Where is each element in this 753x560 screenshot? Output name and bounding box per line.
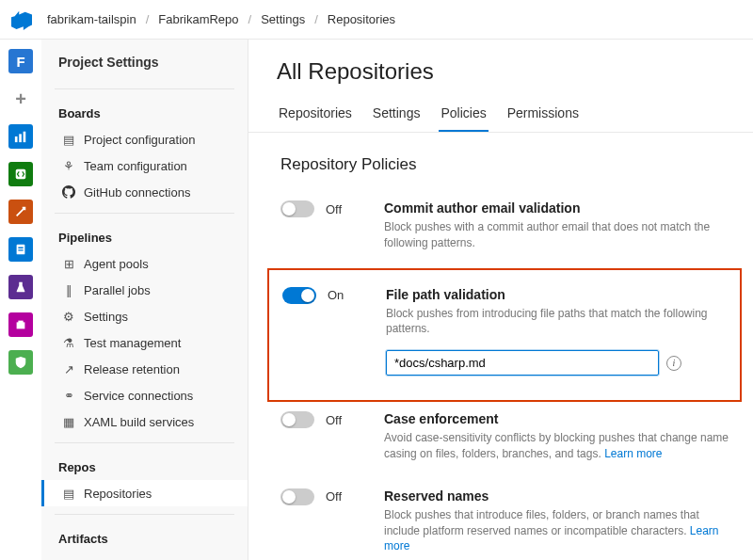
breadcrumb: fabrikam-tailspin / FabrikamRepo / Setti… xyxy=(47,12,395,26)
sidebar-item-label: Settings xyxy=(84,310,128,324)
toggle-state-label: Off xyxy=(326,489,342,504)
repos-group-title: Repos xyxy=(41,451,248,480)
breadcrumb-repositories[interactable]: Repositories xyxy=(328,12,395,26)
breadcrumb-separator: / xyxy=(248,12,252,26)
svg-rect-5 xyxy=(17,322,25,328)
toggle-file-path[interactable] xyxy=(282,287,316,304)
sidebar-item-settings[interactable]: ⚙Settings xyxy=(41,303,248,329)
sidebar-item-parallel-jobs[interactable]: ‖Parallel jobs xyxy=(41,277,248,303)
parallel-icon: ‖ xyxy=(61,282,76,297)
policy-desc: Block pushes with a commit author email … xyxy=(384,219,734,251)
sidebar-item-label: Test management xyxy=(84,336,181,350)
breadcrumb-repo[interactable]: FabrikamRepo xyxy=(158,12,238,26)
sidebar-item-team-configuration[interactable]: ⚘Team configuration xyxy=(41,152,248,179)
sidebar-item-label: Project configuration xyxy=(84,133,196,147)
policy-desc: Block pushes from introducing file paths… xyxy=(386,306,730,338)
toggle-commit-email[interactable] xyxy=(280,200,314,217)
project-settings-sidebar: Project Settings Boards ▤Project configu… xyxy=(41,40,248,560)
repos-rail-icon[interactable] xyxy=(8,162,33,186)
svg-rect-4 xyxy=(17,245,25,255)
sidebar-item-service-connections[interactable]: ⚭Service connections xyxy=(41,382,248,408)
sidebar-item-label: Repositories xyxy=(84,487,152,501)
policy-case-enforcement: Off Case enforcement Avoid case-sensitiv… xyxy=(248,402,753,479)
artifacts-group-title: Artifacts xyxy=(41,522,248,552)
breadcrumb-separator: / xyxy=(314,12,318,26)
svg-rect-2 xyxy=(24,132,26,142)
content-area: All Repositories Repositories Settings P… xyxy=(248,40,753,560)
svg-rect-0 xyxy=(15,136,18,142)
sidebar-item-label: Service connections xyxy=(84,389,193,403)
artifacts-rail-icon[interactable] xyxy=(8,312,33,337)
azure-devops-logo-icon[interactable] xyxy=(11,9,32,30)
sidebar-item-project-configuration[interactable]: ▤Project configuration xyxy=(41,126,248,152)
toggle-state-label: On xyxy=(328,288,344,302)
boards-icon[interactable] xyxy=(8,124,33,149)
divider xyxy=(55,442,234,443)
toggle-case-enforcement[interactable] xyxy=(280,411,314,428)
toggle-state-label: Off xyxy=(326,413,342,427)
toggle-reserved-names[interactable] xyxy=(280,488,314,505)
divider xyxy=(55,213,234,214)
github-icon xyxy=(61,184,76,200)
policy-title: Case enforcement xyxy=(384,411,734,426)
highlight-box: On File path validation Block pushes fro… xyxy=(267,268,742,403)
gear-icon: ⚙ xyxy=(61,309,76,324)
policy-title: Commit author email validation xyxy=(384,200,734,216)
tabs: Repositories Settings Policies Permissio… xyxy=(248,100,753,133)
add-icon[interactable]: + xyxy=(8,87,33,111)
policy-title: Reserved names xyxy=(384,488,734,504)
tab-repositories[interactable]: Repositories xyxy=(277,100,354,132)
sidebar-item-label: Parallel jobs xyxy=(84,283,151,297)
toggle-state-label: Off xyxy=(326,202,342,216)
breadcrumb-separator: / xyxy=(146,12,150,26)
file-path-pattern-input[interactable] xyxy=(386,350,659,376)
xaml-icon: ▦ xyxy=(61,414,76,429)
tab-policies[interactable]: Policies xyxy=(439,100,488,132)
test-plans-rail-icon[interactable] xyxy=(8,237,33,262)
learn-more-link[interactable]: Learn more xyxy=(604,447,662,460)
policy-reserved-names: Off Reserved names Block pushes that int… xyxy=(248,479,753,560)
sidebar-item-label: Release retention xyxy=(84,362,180,376)
breadcrumb-settings[interactable]: Settings xyxy=(261,12,305,26)
info-icon[interactable]: i xyxy=(666,356,681,371)
flask-rail-icon[interactable] xyxy=(8,275,33,299)
page-title: All Repositories xyxy=(248,58,753,100)
repo-icon: ▤ xyxy=(61,486,76,501)
shield-rail-icon[interactable] xyxy=(8,350,33,375)
settings-title: Project Settings xyxy=(41,55,248,81)
release-icon: ↗ xyxy=(61,361,76,376)
svg-rect-1 xyxy=(19,134,22,142)
top-bar: fabrikam-tailspin / FabrikamRepo / Setti… xyxy=(0,0,753,40)
policy-desc: Avoid case-sensitivity conflicts by bloc… xyxy=(384,430,734,462)
divider xyxy=(55,88,234,89)
team-icon: ⚘ xyxy=(61,158,76,173)
project-avatar-icon[interactable]: F xyxy=(8,49,33,73)
sidebar-item-repositories[interactable]: ▤Repositories xyxy=(41,480,248,506)
pipelines-rail-icon[interactable] xyxy=(8,200,33,224)
sidebar-item-github-connections[interactable]: GitHub connections xyxy=(41,179,248,205)
divider xyxy=(55,514,234,515)
policy-commit-email: Off Commit author email validation Block… xyxy=(248,191,753,268)
nav-rail: F + xyxy=(0,40,41,560)
sidebar-item-label: GitHub connections xyxy=(84,185,190,200)
breadcrumb-org[interactable]: fabrikam-tailspin xyxy=(47,12,136,26)
flask-icon: ⚗ xyxy=(61,335,76,350)
tab-settings[interactable]: Settings xyxy=(371,100,423,132)
section-title: Repository Policies xyxy=(248,133,753,191)
sidebar-item-test-management[interactable]: ⚗Test management xyxy=(41,329,248,356)
sidebar-item-release-retention[interactable]: ↗Release retention xyxy=(41,356,248,382)
sidebar-item-xaml-build[interactable]: ▦XAML build services xyxy=(41,408,248,435)
pipelines-group-title: Pipelines xyxy=(41,221,248,250)
svg-rect-6 xyxy=(18,321,23,324)
policy-title: File path validation xyxy=(386,287,730,302)
tab-permissions[interactable]: Permissions xyxy=(505,100,581,132)
policy-file-path: On File path validation Block pushes fro… xyxy=(269,278,740,393)
sidebar-item-label: XAML build services xyxy=(84,415,194,429)
pool-icon: ⊞ xyxy=(61,256,76,271)
sidebar-item-agent-pools[interactable]: ⊞Agent pools xyxy=(41,250,248,277)
sidebar-item-label: Team configuration xyxy=(84,159,187,173)
connection-icon: ⚭ xyxy=(61,388,76,403)
boards-group-title: Boards xyxy=(41,97,248,126)
policy-desc: Block pushes that introduce files, folde… xyxy=(384,507,734,554)
sidebar-item-label: Agent pools xyxy=(84,257,149,271)
